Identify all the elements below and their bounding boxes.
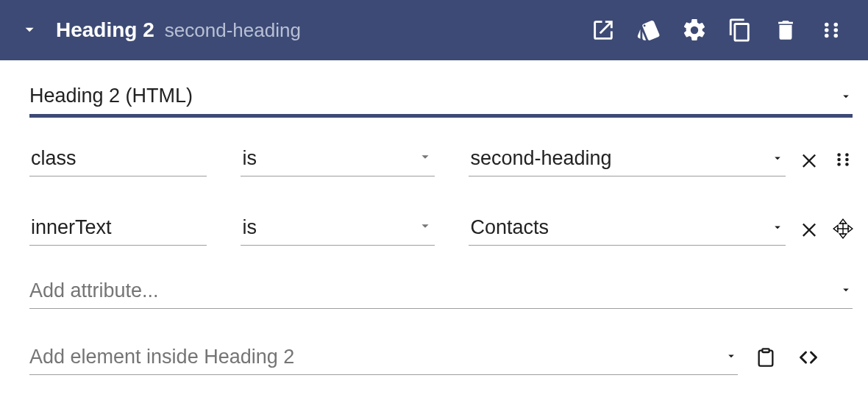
svg-point-1 (834, 23, 839, 27)
add-inside-row: Add element inside Heading 2 (29, 340, 853, 375)
open-in-new-icon[interactable] (581, 8, 625, 52)
svg-point-7 (845, 153, 849, 157)
move-cursor-icon[interactable] (833, 218, 853, 239)
attribute-name-field[interactable]: class (29, 143, 207, 176)
element-type-label: Heading 2 (HTML) (29, 85, 193, 107)
attribute-name-field[interactable]: innerText (29, 212, 207, 246)
svg-marker-13 (839, 234, 846, 238)
drag-handle-icon[interactable] (833, 149, 853, 170)
attribute-operator-value: is (242, 147, 257, 170)
element-type-select[interactable]: Heading 2 (HTML) (29, 78, 853, 118)
svg-point-0 (825, 23, 829, 27)
attribute-operator-value: is (242, 216, 257, 239)
svg-point-6 (837, 153, 841, 157)
remove-attribute-icon[interactable] (799, 149, 819, 170)
collapse-toggle-icon[interactable] (19, 20, 40, 40)
svg-marker-15 (848, 225, 853, 232)
dropdown-caret-icon (725, 349, 738, 365)
drag-handle-icon[interactable] (809, 8, 853, 52)
attribute-value-text: second-heading (470, 147, 611, 170)
svg-point-10 (837, 163, 841, 166)
add-inside-field[interactable]: Add element inside Heading 2 (29, 340, 738, 375)
attribute-operator-field[interactable]: is (241, 143, 435, 176)
svg-point-3 (834, 28, 839, 32)
delete-icon[interactable] (764, 8, 808, 52)
element-header: Heading 2 second-heading (0, 0, 868, 60)
attribute-name-value: class (31, 147, 77, 170)
add-inside-actions (738, 347, 819, 368)
svg-rect-18 (762, 349, 769, 352)
locator-panel: Heading 2 (HTML) class is second-heading (0, 60, 868, 375)
attribute-row: class is second-heading (29, 143, 853, 176)
dropdown-caret-icon (417, 216, 433, 239)
remove-attribute-icon[interactable] (799, 218, 819, 239)
svg-point-5 (834, 34, 839, 38)
attribute-row-actions (786, 143, 853, 176)
settings-icon[interactable] (672, 8, 716, 52)
svg-point-9 (845, 158, 849, 162)
attribute-row: innerText is Contacts (29, 212, 853, 246)
svg-marker-14 (833, 225, 838, 232)
dropdown-caret-icon (771, 216, 784, 239)
attribute-value-field[interactable]: second-heading (469, 143, 786, 176)
attribute-value-field[interactable]: Contacts (469, 212, 786, 246)
svg-point-2 (825, 28, 829, 32)
dropdown-caret-icon (417, 147, 433, 170)
svg-marker-12 (839, 219, 846, 224)
copy-icon[interactable] (718, 8, 762, 52)
add-attribute-field[interactable]: Add attribute... (29, 274, 853, 309)
svg-point-8 (837, 158, 841, 162)
code-icon[interactable] (798, 347, 819, 368)
attribute-row-actions (786, 212, 853, 246)
header-title: Heading 2 (56, 18, 154, 42)
header-subtitle: second-heading (165, 19, 301, 42)
dropdown-caret-icon (839, 283, 853, 299)
dropdown-caret-icon (839, 90, 853, 103)
attribute-name-value: innerText (31, 216, 112, 239)
paste-icon[interactable] (755, 347, 776, 368)
dropdown-caret-icon (771, 147, 784, 170)
svg-point-11 (845, 163, 849, 166)
style-icon[interactable] (627, 8, 671, 52)
add-inside-placeholder: Add element inside Heading 2 (29, 346, 294, 368)
attribute-value-text: Contacts (470, 216, 549, 239)
attribute-operator-field[interactable]: is (241, 212, 435, 246)
add-attribute-placeholder: Add attribute... (29, 279, 159, 302)
svg-point-4 (825, 34, 829, 38)
